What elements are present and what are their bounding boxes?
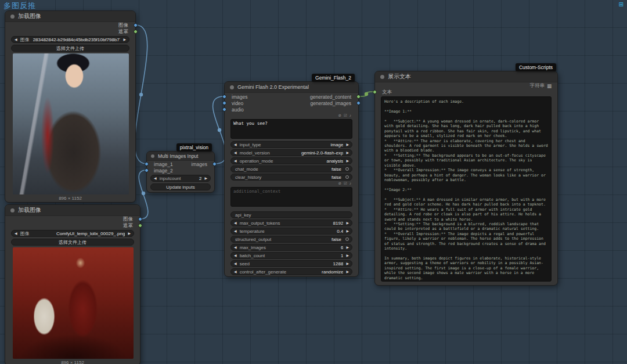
- input-label: 文本: [382, 89, 392, 96]
- image-file-combo[interactable]: ◀ 图像 ComfyUI_temp_lolix_00029_.png ▶: [11, 230, 134, 237]
- max-output-tokens-stepper[interactable]: ◀ max_output_tokens 8192 ▶: [230, 219, 352, 226]
- mute-icon[interactable]: ⊘: [338, 114, 341, 118]
- image-output-port[interactable]: [138, 217, 142, 221]
- image-2-input-port[interactable]: [145, 168, 149, 172]
- model-version-combo[interactable]: ◀ model_version gemini-2.0-flash-exp ▶: [230, 149, 352, 156]
- additional-context-textarea[interactable]: additional_context: [230, 187, 352, 207]
- structured-output-toggle[interactable]: structured_output false: [230, 236, 352, 243]
- image-file-combo[interactable]: ◀ 图像 283482842-b29d84c45bdb235f10bf798b7…: [11, 36, 129, 43]
- audio-input-port[interactable]: [222, 107, 226, 111]
- mask-output-port[interactable]: [134, 30, 138, 34]
- combo-next-icon[interactable]: ▶: [204, 176, 207, 180]
- combo-next-icon[interactable]: ▶: [346, 143, 349, 146]
- max-images-stepper[interactable]: ◀ max_images 6 ▶: [230, 244, 352, 251]
- video-input-port[interactable]: [222, 101, 226, 105]
- collapse-toggle-icon[interactable]: [10, 208, 15, 212]
- node-header[interactable]: 加载图像: [5, 11, 135, 22]
- combo-prev-icon[interactable]: ◀: [154, 176, 157, 180]
- combo-next-icon[interactable]: ▶: [346, 151, 349, 154]
- widget-name: 图像: [20, 37, 30, 43]
- combo-prev-icon[interactable]: ◀: [234, 159, 237, 163]
- node-graph-canvas[interactable]: 多图反推 ⊞ 加载图像 图像 遮罩 ◀ 图像 283482842-b29d84c…: [0, 0, 627, 364]
- image-preview: [13, 247, 134, 359]
- combo-prev-icon[interactable]: ◀: [234, 270, 237, 273]
- node-header[interactable]: 加载图像: [5, 205, 140, 216]
- seed-stepper[interactable]: ◀ seed 1288 ▶: [230, 260, 352, 267]
- combo-next-icon[interactable]: ▶: [346, 159, 349, 163]
- chat-mode-toggle[interactable]: chat_mode false: [230, 165, 352, 172]
- output-label: 遮罩: [123, 222, 133, 229]
- upload-button[interactable]: 选择文件上传: [11, 45, 129, 52]
- images-output-port[interactable]: [212, 162, 217, 166]
- text-input-port[interactable]: [373, 90, 377, 94]
- mask-output-port[interactable]: [138, 224, 142, 228]
- speaker-icon[interactable]: ♪: [349, 182, 351, 186]
- combo-prev-icon[interactable]: ◀: [234, 262, 237, 265]
- image-output-port[interactable]: [134, 23, 138, 27]
- toggle-indicator-icon[interactable]: [345, 167, 349, 171]
- temperature-stepper[interactable]: ◀ temperature 0.4 ▶: [230, 228, 352, 235]
- update-inputs-button[interactable]: Update inputs: [150, 183, 211, 190]
- combo-prev-icon[interactable]: ◀: [234, 229, 237, 233]
- widget-value: 1288: [253, 261, 343, 266]
- port-row: image_1 images: [147, 161, 214, 167]
- images-input-port[interactable]: [222, 95, 226, 99]
- combo-prev-icon[interactable]: ◀: [234, 246, 237, 249]
- speaker-icon[interactable]: ♪: [349, 114, 351, 118]
- combo-next-icon[interactable]: ▶: [346, 229, 349, 233]
- combo-prev-icon[interactable]: ◀: [234, 254, 237, 257]
- combo-prev-icon[interactable]: ◀: [15, 232, 17, 235]
- collapse-toggle-icon[interactable]: [230, 85, 234, 89]
- batch-count-stepper[interactable]: ◀ batch_count 1 ▶: [230, 252, 352, 259]
- combo-prev-icon[interactable]: ◀: [234, 151, 237, 154]
- collapse-toggle-icon[interactable]: [10, 15, 15, 19]
- combo-next-icon[interactable]: ▶: [123, 38, 126, 41]
- node-header[interactable]: 展示文本: [375, 71, 557, 82]
- node-gemini-flash[interactable]: Gemini_Flash_2 Gemini Flash 2.0 Experime…: [224, 81, 359, 277]
- mute-icon[interactable]: ⊘: [338, 182, 341, 186]
- collapse-toggle-icon[interactable]: [151, 154, 154, 158]
- toggle-indicator-icon[interactable]: [345, 237, 349, 241]
- input-type-combo[interactable]: ◀ input_type image ▶: [230, 141, 352, 148]
- image-preview: [13, 53, 129, 194]
- combo-next-icon[interactable]: ▶: [346, 262, 349, 265]
- generated-images-output-port[interactable]: [356, 101, 361, 105]
- combo-prev-icon[interactable]: ◀: [234, 143, 237, 146]
- combo-next-icon[interactable]: ▶: [346, 254, 349, 257]
- wire-midpoint-dot: [218, 128, 221, 132]
- toggle-indicator-icon[interactable]: [345, 175, 349, 179]
- node-header[interactable]: Multi Images Input: [147, 152, 214, 161]
- combo-next-icon[interactable]: ▶: [346, 270, 349, 273]
- image-1-input-port[interactable]: [145, 162, 149, 166]
- canvas-menu-icon[interactable]: ⊞: [619, 1, 624, 8]
- check-icon[interactable]: ☑: [344, 114, 347, 118]
- clear-history-toggle[interactable]: clear_history false: [230, 174, 352, 181]
- widget-name: max_output_tokens: [240, 221, 280, 226]
- image-size-caption: 896 × 1152: [5, 360, 140, 364]
- node-header[interactable]: Gemini Flash 2.0 Experimental: [225, 82, 358, 93]
- prompt-textarea[interactable]: What you see?: [230, 119, 352, 139]
- node-load-image-1[interactable]: 加载图像 图像 遮罩 ◀ 图像 283482842-b29d84c45bdb23…: [5, 10, 136, 203]
- upload-button[interactable]: 选择文件上传: [11, 239, 134, 246]
- combo-prev-icon[interactable]: ◀: [234, 221, 237, 225]
- output-label: images: [192, 161, 207, 167]
- grid-icon[interactable]: ▦: [547, 83, 552, 89]
- combo-prev-icon[interactable]: ◀: [15, 38, 17, 41]
- widget-value: image: [264, 142, 344, 147]
- generated-content-output-port[interactable]: [356, 95, 361, 99]
- node-load-image-2[interactable]: 加载图像 图像 遮罩 ◀ 图像 ComfyUI_temp_lolix_00029…: [5, 204, 140, 364]
- check-icon[interactable]: ☑: [344, 182, 347, 186]
- widget-value: 1: [268, 253, 343, 258]
- api-key-field[interactable]: api_key: [230, 211, 352, 218]
- control-after-generate-combo[interactable]: ◀ control_after_generate randomize ▶: [230, 268, 352, 275]
- combo-next-icon[interactable]: ▶: [346, 221, 349, 225]
- inputcount-stepper[interactable]: ◀ inputcount 2 ▶: [150, 175, 211, 182]
- node-multi-images-input[interactable]: pixtral_vision Multi Images Input image_…: [146, 151, 215, 193]
- operation-mode-combo[interactable]: ◀ operation_mode analysis ▶: [230, 157, 352, 164]
- node-show-text[interactable]: Custom-Scripts 展示文本 字符串 ▦ 文本 Here's a de…: [374, 71, 558, 286]
- collapse-toggle-icon[interactable]: [380, 75, 384, 79]
- widget-name: max_images: [240, 245, 266, 250]
- combo-next-icon[interactable]: ▶: [128, 232, 131, 235]
- combo-next-icon[interactable]: ▶: [346, 246, 349, 249]
- generated-description-text[interactable]: Here's a description of each image. **Im…: [381, 96, 552, 282]
